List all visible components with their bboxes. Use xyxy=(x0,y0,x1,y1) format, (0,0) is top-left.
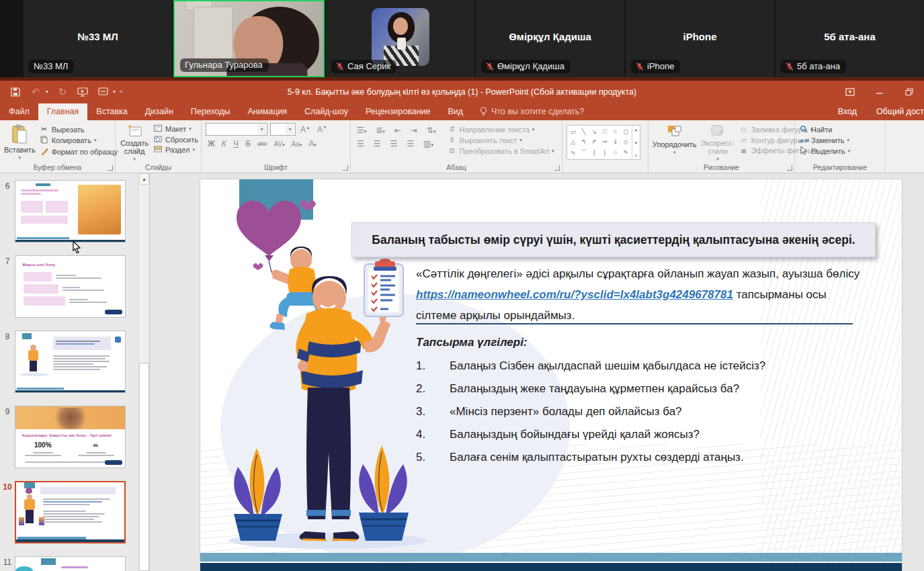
redo-button[interactable]: ↻ xyxy=(52,83,73,101)
minimize-button[interactable] xyxy=(865,82,894,102)
shape-icon[interactable]: ∿ xyxy=(571,149,576,156)
decrease-font-button[interactable]: А▼ xyxy=(315,125,329,134)
numbering-button[interactable]: ≣▾ xyxy=(374,126,387,135)
shapes-gallery-scrollbar[interactable]: ▴ ▾ ≡ xyxy=(632,126,640,159)
shape-icon[interactable]: { xyxy=(593,149,595,156)
quick-styles-button[interactable]: Экспресс-стили ▾ xyxy=(700,123,734,162)
shape-icon[interactable]: ◻ xyxy=(623,128,628,135)
character-spacing-button[interactable]: AV▾ xyxy=(271,140,286,148)
decrease-indent-button[interactable]: ⇤ xyxy=(392,126,403,135)
tab-file[interactable]: Файл xyxy=(0,103,38,120)
shapes-scroll-down-icon[interactable]: ▾ xyxy=(635,140,638,146)
text-shadow-button[interactable]: abc xyxy=(255,140,269,147)
thumbnail-scrollbar[interactable]: ▲ xyxy=(138,173,149,571)
change-case-button[interactable]: Aa▾ xyxy=(290,140,304,148)
customize-qat-button[interactable]: ▿ xyxy=(120,89,126,95)
layout-button[interactable]: Макет▾ xyxy=(153,125,198,133)
slide-thumbnail-9[interactable]: Қорытынды: Бақытты әке болу – бұл саяхат… xyxy=(15,406,126,468)
align-left-button[interactable]: ☰ xyxy=(355,139,366,148)
participant-tile-gulnara-video[interactable]: Гульнара Турарова xyxy=(173,0,325,77)
align-text-button[interactable]: ⇕Выровнять текст▾ xyxy=(448,136,554,144)
start-slideshow-button[interactable] xyxy=(73,83,93,101)
shape-icon[interactable]: ↰ xyxy=(581,138,587,145)
line-spacing-button[interactable]: ⇅▾ xyxy=(425,126,438,135)
shapes-scroll-up-icon[interactable]: ▴ xyxy=(635,127,638,132)
tab-insert[interactable]: Вставка xyxy=(87,103,136,120)
shape-icon[interactable]: △ xyxy=(571,138,575,145)
format-painter-button[interactable]: Формат по образцу xyxy=(40,147,118,157)
shapes-more-icon[interactable]: ≡ xyxy=(634,153,637,158)
arrange-button[interactable]: Упорядочить ▾ xyxy=(653,123,696,162)
tell-me-box[interactable]: Что вы хотите сделать? xyxy=(472,103,592,120)
tab-transitions[interactable]: Переходы xyxy=(182,103,239,120)
tab-review[interactable]: Рецензирование xyxy=(357,103,439,120)
shape-icon[interactable]: ☆ xyxy=(612,149,618,156)
tab-animations[interactable]: Анимация xyxy=(239,103,296,120)
participant-tile-5b[interactable]: 5б ата-ана 5б ата-ана xyxy=(775,0,924,77)
align-right-button[interactable]: ☰ xyxy=(388,139,400,148)
copy-button[interactable]: Копировать▾ xyxy=(40,136,118,145)
select-button[interactable]: Выделить▾ xyxy=(799,146,850,156)
shape-icon[interactable]: ◇ xyxy=(624,138,628,145)
participant-tile-n33ml[interactable]: №33 МЛ №33 МЛ xyxy=(24,0,172,77)
font-dialog-launcher[interactable] xyxy=(343,165,348,171)
slide-thumbnail-11[interactable] xyxy=(15,556,126,571)
touch-mode-caret[interactable]: ▾ xyxy=(113,89,120,95)
participant-tile-omirqul[interactable]: Өмірқұл Қадиша Өмірқұл Қадиша xyxy=(476,0,624,77)
shape-icon[interactable]: □ xyxy=(603,128,606,135)
shape-icon[interactable]: ╲ xyxy=(582,128,585,135)
clipboard-dialog-launcher[interactable] xyxy=(108,165,113,171)
drawing-dialog-launcher[interactable] xyxy=(787,165,792,171)
paragraph-dialog-launcher[interactable] xyxy=(554,165,560,171)
paste-button[interactable]: Вставить ▾ xyxy=(4,123,36,162)
increase-font-button[interactable]: А▲ xyxy=(298,125,312,134)
participant-tile-iphone[interactable]: iPhone iPhone xyxy=(626,0,774,77)
slide-thumbnail-6[interactable] xyxy=(15,180,126,243)
save-button[interactable] xyxy=(5,83,26,101)
shape-icon[interactable]: } xyxy=(603,149,605,156)
slide-thumbnail-7[interactable]: Жақсы үлгі болу xyxy=(15,255,126,318)
font-name-combobox[interactable] xyxy=(206,123,267,136)
touch-mouse-mode-button[interactable] xyxy=(93,83,113,101)
convert-smartart-button[interactable]: ⧉Преобразовать в SmartArt▾ xyxy=(448,146,554,155)
slide-thumbnail-8[interactable] xyxy=(15,331,126,393)
cut-button[interactable]: ✂Вырезать xyxy=(40,125,118,134)
columns-button[interactable]: ▥▾ xyxy=(421,139,435,148)
scrollbar-thumb[interactable] xyxy=(139,363,149,571)
shape-icon[interactable]: ↘ xyxy=(591,128,597,135)
scrollbar-up-arrow[interactable]: ▲ xyxy=(139,173,149,185)
shape-icon[interactable]: ⌒ xyxy=(581,148,587,157)
reset-button[interactable]: Сбросить xyxy=(153,135,198,144)
undo-button[interactable]: ↶ xyxy=(26,83,46,101)
shape-icon[interactable]: ✎ xyxy=(623,149,628,156)
paste-dropdown-caret[interactable]: ▾ xyxy=(19,155,22,161)
font-color-button[interactable]: А▾ xyxy=(306,139,319,148)
italic-button[interactable]: К xyxy=(220,139,228,148)
strikethrough-button[interactable]: S xyxy=(243,139,253,148)
tab-design[interactable]: Дизайн xyxy=(136,103,182,120)
shapes-gallery[interactable]: ▭╲↘□○◻ △↰↱⇒⇓◇ ∿⌒{}☆✎ ▴ ▾ ≡ xyxy=(566,125,640,160)
new-slide-caret[interactable]: ▾ xyxy=(133,157,136,162)
copy-dropdown-caret[interactable]: ▾ xyxy=(94,138,97,143)
bold-button[interactable]: Ж xyxy=(206,139,217,148)
tab-slideshow[interactable]: Слайд-шоу xyxy=(296,103,357,120)
text-direction-button[interactable]: ⇵Направление текста▾ xyxy=(448,125,554,134)
sign-in-button[interactable]: Вход xyxy=(829,103,866,120)
ribbon-display-options-button[interactable] xyxy=(835,82,865,102)
shape-icon[interactable]: ○ xyxy=(614,128,617,135)
share-button[interactable]: Общий доступ xyxy=(866,103,924,120)
align-center-button[interactable]: ☰ xyxy=(372,139,383,148)
new-slide-button[interactable]: Создать слайд ▾ xyxy=(120,123,149,162)
slide-intro-text[interactable]: «Сәттілік дөңгелегі» әдісі арқылы сұрақт… xyxy=(416,263,865,326)
current-slide[interactable]: Баланың табысты өмір сүруі үшін, күшті қ… xyxy=(200,179,902,571)
tab-view[interactable]: Вид xyxy=(439,103,472,120)
slide-title[interactable]: Баланың табысты өмір сүруі үшін, күшті қ… xyxy=(351,222,876,257)
tab-home[interactable]: Главная xyxy=(38,103,88,120)
section-button[interactable]: Раздел▾ xyxy=(153,146,198,154)
bullets-button[interactable]: ☰▾ xyxy=(355,126,368,135)
participant-tile-saya[interactable]: Сая Серик xyxy=(326,0,474,77)
wheel-link[interactable]: https://nameonwheel.com/ru/?ysclid=lx4la… xyxy=(416,288,733,301)
restore-button[interactable] xyxy=(894,82,924,102)
replace-button[interactable]: ab⇄Заменить▾ xyxy=(799,136,850,144)
shape-icon[interactable]: ▭ xyxy=(571,128,577,135)
